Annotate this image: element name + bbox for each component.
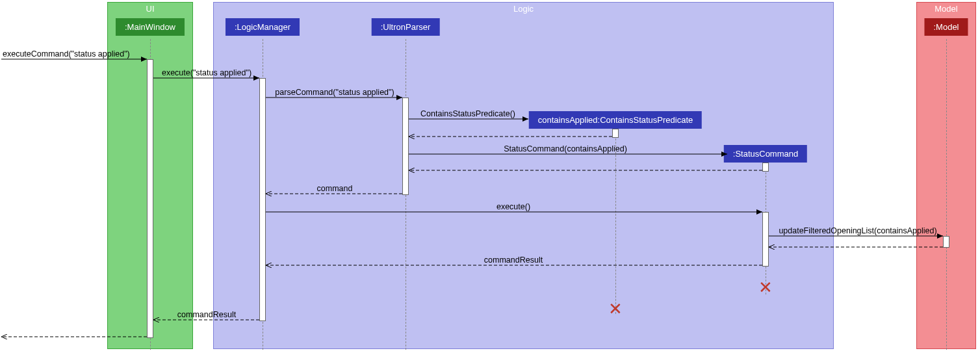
msg-command-result-2: commandResult <box>177 310 236 319</box>
msg-command: command <box>317 184 353 193</box>
lifeline-predicate <box>615 129 616 314</box>
msg-execute-call: execute() <box>496 202 530 211</box>
participant-statuscommand-label: :StatusCommand <box>733 149 798 159</box>
participant-statuscommand: :StatusCommand <box>724 145 807 163</box>
activation-ultronparser <box>402 98 409 195</box>
participant-model: :Model <box>924 18 968 36</box>
participant-predicate: containsApplied:ContainsStatusPredicate <box>529 111 702 129</box>
msg-command-result-1: commandResult <box>484 255 543 265</box>
participant-ultronparser-label: :UltronParser <box>381 22 431 32</box>
activation-statuscommand-1 <box>762 163 769 172</box>
boundary-logic-label: Logic <box>513 4 534 14</box>
activation-mainwindow <box>147 59 153 338</box>
msg-execute-command: executeCommand("status applied") <box>3 49 130 59</box>
msg-parse-command: parseCommand("status applied") <box>275 88 394 97</box>
participant-predicate-label: containsApplied:ContainsStatusPredicate <box>538 115 693 125</box>
participant-model-label: :Model <box>933 22 959 32</box>
destroy-icon: ✕ <box>758 278 773 298</box>
participant-ultronparser: :UltronParser <box>372 18 440 36</box>
destroy-icon: ✕ <box>608 299 623 319</box>
msg-execute: execute("status applied") <box>162 68 251 77</box>
activation-model <box>943 236 949 248</box>
msg-update-filtered: updateFilteredOpeningList(containsApplie… <box>779 226 936 235</box>
boundary-ui-label: UI <box>146 4 155 14</box>
activation-predicate <box>612 129 619 138</box>
activation-logicmanager <box>259 78 266 321</box>
msg-predicate-ctor: ContainsStatusPredicate() <box>420 109 515 118</box>
boundary-model-label: Model <box>935 4 957 14</box>
activation-statuscommand-2 <box>762 212 769 267</box>
participant-logicmanager: :LogicManager <box>226 18 300 36</box>
lifeline-model <box>946 39 947 350</box>
participant-mainwindow: :MainWindow <box>116 18 185 36</box>
msg-statuscommand-ctor: StatusCommand(containsApplied) <box>504 144 627 153</box>
boundary-logic: Logic <box>213 2 834 349</box>
participant-logicmanager-label: :LogicManager <box>235 22 290 32</box>
participant-mainwindow-label: :MainWindow <box>125 22 175 32</box>
